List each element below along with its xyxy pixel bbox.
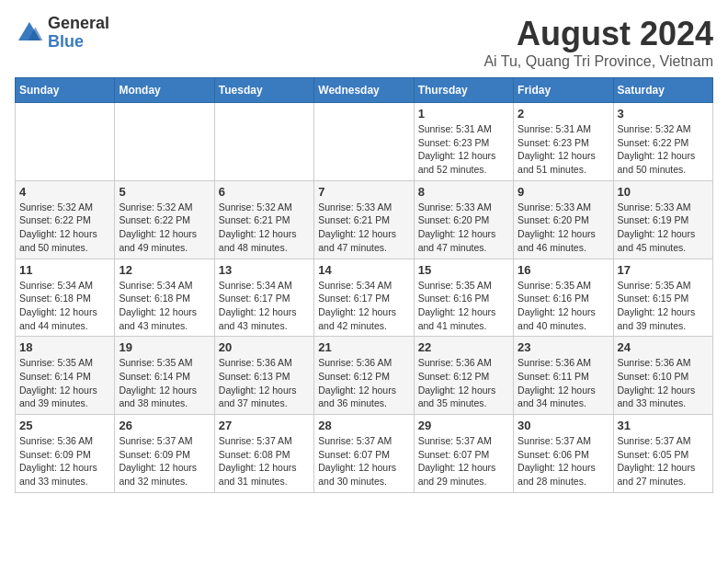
day-cell: 4Sunrise: 5:32 AM Sunset: 6:22 PM Daylig… [16,180,115,259]
day-cell: 19Sunrise: 5:35 AM Sunset: 6:14 PM Dayli… [115,337,214,415]
logo-text: General Blue [48,15,109,52]
day-info: Sunrise: 5:35 AM Sunset: 6:16 PM Dayligh… [418,279,509,333]
day-info: Sunrise: 5:36 AM Sunset: 6:10 PM Dayligh… [618,356,709,410]
day-info: Sunrise: 5:33 AM Sunset: 6:20 PM Dayligh… [518,201,609,255]
weekday-header-wednesday: Wednesday [314,78,414,103]
day-number: 31 [618,419,709,432]
logo: General Blue [15,15,109,52]
day-number: 20 [219,340,310,354]
weekday-header-thursday: Thursday [414,78,513,103]
day-info: Sunrise: 5:37 AM Sunset: 6:05 PM Dayligh… [618,434,709,488]
day-info: Sunrise: 5:36 AM Sunset: 6:13 PM Dayligh… [219,356,310,410]
day-cell: 8Sunrise: 5:33 AM Sunset: 6:20 PM Daylig… [414,180,513,259]
day-info: Sunrise: 5:32 AM Sunset: 6:22 PM Dayligh… [119,201,210,255]
day-number: 7 [318,185,409,199]
day-cell: 28Sunrise: 5:37 AM Sunset: 6:07 PM Dayli… [314,415,414,493]
week-row-3: 11Sunrise: 5:34 AM Sunset: 6:18 PM Dayli… [16,259,713,337]
day-number: 2 [518,107,609,121]
day-number: 6 [219,185,310,199]
day-cell: 17Sunrise: 5:35 AM Sunset: 6:15 PM Dayli… [613,259,712,337]
day-number: 25 [19,419,110,432]
week-row-5: 25Sunrise: 5:36 AM Sunset: 6:09 PM Dayli… [16,415,713,493]
day-number: 11 [19,263,110,277]
day-cell: 24Sunrise: 5:36 AM Sunset: 6:10 PM Dayli… [613,337,712,415]
day-cell: 30Sunrise: 5:37 AM Sunset: 6:06 PM Dayli… [514,415,613,493]
day-info: Sunrise: 5:34 AM Sunset: 6:18 PM Dayligh… [119,279,210,333]
day-info: Sunrise: 5:34 AM Sunset: 6:17 PM Dayligh… [219,279,310,333]
day-info: Sunrise: 5:32 AM Sunset: 6:22 PM Dayligh… [19,201,110,255]
day-cell: 7Sunrise: 5:33 AM Sunset: 6:21 PM Daylig… [314,180,414,259]
day-cell: 31Sunrise: 5:37 AM Sunset: 6:05 PM Dayli… [613,415,712,493]
day-number: 24 [618,340,709,354]
day-info: Sunrise: 5:35 AM Sunset: 6:14 PM Dayligh… [119,356,210,410]
day-info: Sunrise: 5:33 AM Sunset: 6:21 PM Dayligh… [318,201,409,255]
day-cell: 5Sunrise: 5:32 AM Sunset: 6:22 PM Daylig… [115,180,214,259]
day-number: 5 [119,185,210,199]
page-header: General Blue August 2024 Ai Tu, Quang Tr… [15,15,713,70]
weekday-header-saturday: Saturday [613,78,712,103]
day-cell: 12Sunrise: 5:34 AM Sunset: 6:18 PM Dayli… [115,259,214,337]
day-cell: 9Sunrise: 5:33 AM Sunset: 6:20 PM Daylig… [514,180,613,259]
day-info: Sunrise: 5:36 AM Sunset: 6:09 PM Dayligh… [19,434,110,488]
calendar-table: SundayMondayTuesdayWednesdayThursdayFrid… [15,77,713,493]
day-cell: 1Sunrise: 5:31 AM Sunset: 6:23 PM Daylig… [414,103,513,181]
day-info: Sunrise: 5:33 AM Sunset: 6:20 PM Dayligh… [418,201,509,255]
day-cell: 21Sunrise: 5:36 AM Sunset: 6:12 PM Dayli… [314,337,414,415]
weekday-header-tuesday: Tuesday [214,78,313,103]
day-info: Sunrise: 5:34 AM Sunset: 6:17 PM Dayligh… [318,279,409,333]
day-number: 13 [219,263,310,277]
location-title: Ai Tu, Quang Tri Province, Vietnam [483,53,713,70]
day-number: 16 [518,263,609,277]
day-cell: 6Sunrise: 5:32 AM Sunset: 6:21 PM Daylig… [214,180,313,259]
day-info: Sunrise: 5:36 AM Sunset: 6:12 PM Dayligh… [418,356,509,410]
day-number: 15 [418,263,509,277]
day-number: 14 [318,263,409,277]
week-row-4: 18Sunrise: 5:35 AM Sunset: 6:14 PM Dayli… [16,337,713,415]
day-number: 29 [418,419,509,432]
weekday-header-friday: Friday [514,78,613,103]
day-number: 12 [119,263,210,277]
day-info: Sunrise: 5:37 AM Sunset: 6:07 PM Dayligh… [418,434,509,488]
day-number: 26 [119,419,210,432]
day-cell [214,103,313,181]
weekday-header-sunday: Sunday [16,78,115,103]
day-cell: 10Sunrise: 5:33 AM Sunset: 6:19 PM Dayli… [613,180,712,259]
day-cell: 22Sunrise: 5:36 AM Sunset: 6:12 PM Dayli… [414,337,513,415]
day-number: 21 [318,340,409,354]
day-number: 10 [618,185,709,199]
week-row-1: 1Sunrise: 5:31 AM Sunset: 6:23 PM Daylig… [16,103,713,181]
day-cell: 11Sunrise: 5:34 AM Sunset: 6:18 PM Dayli… [16,259,115,337]
day-info: Sunrise: 5:36 AM Sunset: 6:11 PM Dayligh… [518,356,609,410]
title-section: August 2024 Ai Tu, Quang Tri Province, V… [483,15,713,70]
day-number: 1 [418,107,509,121]
logo-icon [15,18,44,48]
day-info: Sunrise: 5:34 AM Sunset: 6:18 PM Dayligh… [19,279,110,333]
day-cell: 2Sunrise: 5:31 AM Sunset: 6:23 PM Daylig… [514,103,613,181]
day-info: Sunrise: 5:37 AM Sunset: 6:07 PM Dayligh… [318,434,409,488]
day-number: 19 [119,340,210,354]
day-info: Sunrise: 5:35 AM Sunset: 6:16 PM Dayligh… [518,279,609,333]
day-cell [314,103,414,181]
day-info: Sunrise: 5:35 AM Sunset: 6:15 PM Dayligh… [618,279,709,333]
day-number: 18 [19,340,110,354]
weekday-header-monday: Monday [115,78,214,103]
day-number: 28 [318,419,409,432]
day-info: Sunrise: 5:33 AM Sunset: 6:19 PM Dayligh… [618,201,709,255]
day-cell: 16Sunrise: 5:35 AM Sunset: 6:16 PM Dayli… [514,259,613,337]
day-info: Sunrise: 5:32 AM Sunset: 6:21 PM Dayligh… [219,201,310,255]
day-number: 22 [418,340,509,354]
day-cell: 25Sunrise: 5:36 AM Sunset: 6:09 PM Dayli… [16,415,115,493]
day-info: Sunrise: 5:37 AM Sunset: 6:08 PM Dayligh… [219,434,310,488]
day-info: Sunrise: 5:35 AM Sunset: 6:14 PM Dayligh… [19,356,110,410]
day-cell: 20Sunrise: 5:36 AM Sunset: 6:13 PM Dayli… [214,337,313,415]
day-info: Sunrise: 5:31 AM Sunset: 6:23 PM Dayligh… [518,122,609,177]
weekday-header-row: SundayMondayTuesdayWednesdayThursdayFrid… [16,78,713,103]
day-info: Sunrise: 5:37 AM Sunset: 6:09 PM Dayligh… [119,434,210,488]
logo-blue: Blue [48,33,109,52]
day-number: 27 [219,419,310,432]
day-info: Sunrise: 5:36 AM Sunset: 6:12 PM Dayligh… [318,356,409,410]
day-cell: 23Sunrise: 5:36 AM Sunset: 6:11 PM Dayli… [514,337,613,415]
day-number: 3 [618,107,709,121]
day-info: Sunrise: 5:32 AM Sunset: 6:22 PM Dayligh… [618,122,709,177]
day-cell: 18Sunrise: 5:35 AM Sunset: 6:14 PM Dayli… [16,337,115,415]
